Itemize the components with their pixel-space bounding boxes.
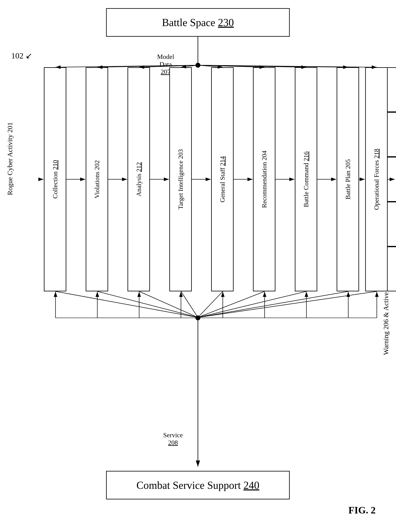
battle-space-box: Battle Space 230	[106, 8, 290, 37]
svg-line-10	[198, 65, 306, 67]
battle-space-title: Battle Space 230	[162, 17, 234, 28]
battle-command-label: Battle Command 216	[302, 151, 310, 207]
combat-service-text: Combat Service Support	[136, 479, 243, 491]
target-intel-box: Target Intelligence 203	[169, 67, 192, 291]
ref-102: 102 ↙	[11, 51, 32, 61]
combat-box: Combat 222	[388, 112, 396, 157]
collection-label: Collection 210	[51, 160, 59, 198]
svg-line-27	[198, 291, 223, 317]
svg-point-3	[195, 63, 200, 68]
svg-line-24	[97, 291, 198, 317]
model-data-text2: Data	[157, 61, 174, 68]
rogue-text: Rogue Cyber Activity 201	[6, 122, 14, 195]
national-guard-box: National Guard 228	[388, 247, 396, 291]
combat-service-box: Combat Service Support 240	[106, 471, 290, 499]
svg-line-23	[56, 291, 198, 317]
general-staff-box: General Staff 214	[211, 67, 234, 291]
model-data-text: Model	[157, 53, 174, 61]
registries-box: Registries 226	[388, 202, 396, 247]
analysis-box: Analysis 212	[128, 67, 150, 291]
svg-line-4	[56, 65, 198, 67]
battle-command-box: Battle Command 216	[295, 67, 317, 291]
svg-line-25	[139, 291, 198, 317]
rogue-cyber-label: Rogue Cyber Activity 201	[6, 122, 14, 195]
recommendation-box: Recommendation 204	[253, 67, 275, 291]
analysis-label: Analysis 212	[135, 162, 143, 196]
op-forces-label: Operational Forces 218	[373, 149, 380, 210]
violations-label: Violations 202	[93, 160, 101, 198]
svg-line-12	[198, 65, 377, 67]
arrow-102: ↙	[25, 51, 32, 60]
collection-box: Collection 210	[44, 67, 66, 291]
svg-line-28	[198, 291, 265, 317]
service-num: 208	[163, 439, 183, 447]
svg-line-9	[198, 65, 265, 67]
combat-service-num: 240	[243, 479, 259, 491]
svg-line-31	[198, 291, 377, 317]
svg-line-26	[181, 291, 198, 317]
svg-line-11	[198, 65, 348, 67]
op-forces-main-box: Operational Forces 218	[365, 67, 388, 291]
battle-space-text: Battle Space	[162, 17, 218, 28]
fig-label: FIG. 2	[349, 504, 376, 516]
combat-service-title: Combat Service Support 240	[136, 479, 259, 491]
general-staff-label: General Staff 214	[219, 156, 226, 203]
battle-space-num: 230	[218, 17, 234, 28]
recommendation-label: Recommendation 204	[261, 151, 268, 208]
svg-line-7	[181, 65, 198, 67]
svg-line-5	[97, 65, 198, 67]
svg-point-32	[195, 315, 200, 320]
svg-line-8	[198, 65, 223, 67]
violations-box: Violations 202	[86, 67, 108, 291]
svg-line-30	[198, 291, 348, 317]
recon-box: Recon 224	[388, 157, 396, 202]
svg-line-29	[198, 291, 306, 317]
service-text: Service	[163, 431, 183, 439]
diplomacy-box: Diplomacy 220	[388, 67, 396, 112]
battle-plan-box: Battle Plan 205	[337, 67, 359, 291]
target-intel-label: Target Intelligence 203	[177, 149, 184, 209]
ref-102-text: 102	[11, 51, 23, 60]
battle-plan-label: Battle Plan 205	[344, 159, 352, 199]
fig-label-text: FIG. 2	[349, 505, 376, 515]
page: Battle Space 230 102 ↙ Combat Service Su…	[0, 0, 396, 532]
service-area: Service 208	[163, 431, 183, 447]
